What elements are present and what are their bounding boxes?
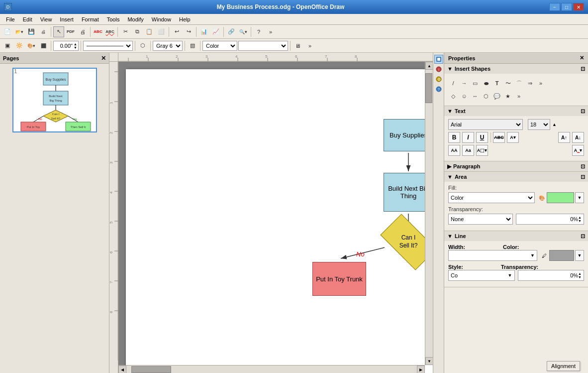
cut-button[interactable]: ✂ — [120, 26, 131, 37]
canvas-scroll-area[interactable]: No Yes Buy Supplies — [118, 62, 433, 373]
chart-button[interactable]: 📊 — [198, 26, 209, 37]
font-size-select[interactable]: 18 — [528, 119, 550, 130]
star-shape-btn[interactable]: ★ — [503, 91, 513, 101]
paste-button[interactable]: 📋 — [144, 26, 155, 37]
hscroll-left[interactable]: ◀ — [118, 366, 126, 373]
clone-button[interactable]: ⬜ — [156, 26, 167, 37]
connector-shape-btn[interactable]: ⌒ — [514, 78, 524, 88]
line-trans-stepper[interactable]: ▲ ▼ — [578, 272, 582, 279]
fill-type-select[interactable]: Color — [448, 192, 535, 203]
zoom-btn[interactable]: 🔍▾ — [238, 26, 249, 37]
pos-down[interactable]: ▼ — [74, 46, 77, 49]
strip-icon-2[interactable]: i — [434, 65, 443, 74]
save-button[interactable]: 💾 — [26, 26, 37, 37]
uppercase-btn[interactable]: AA — [448, 145, 460, 156]
decrease-font-btn[interactable]: A↓ — [572, 132, 584, 143]
line-shape-btn[interactable]: / — [448, 78, 458, 88]
strip-icon-1[interactable] — [434, 55, 443, 64]
vscroll-up[interactable]: ▲ — [425, 62, 433, 70]
smile-shape-btn[interactable]: ☺ — [459, 91, 469, 101]
shadow-btn[interactable]: 🔆 — [14, 40, 25, 51]
line-header[interactable]: ▼ Line ⊡ — [444, 231, 588, 241]
menu-window[interactable]: Window — [148, 15, 175, 23]
menu-format[interactable]: Format — [78, 15, 103, 23]
spell2-button[interactable]: ABC — [104, 26, 115, 37]
curve-shape-btn[interactable]: 〜 — [503, 78, 513, 88]
minimize-button[interactable]: − — [549, 3, 560, 11]
arrow-shape-btn[interactable]: → — [459, 78, 469, 88]
menu-insert[interactable]: Insert — [56, 15, 78, 23]
menu-file[interactable]: File — [2, 15, 19, 23]
text-section-header[interactable]: ▼ Text ⊡ — [444, 106, 588, 116]
transparency-select[interactable]: None — [448, 214, 513, 225]
strip-icon-3[interactable]: ⚙ — [434, 75, 443, 84]
trans-up[interactable]: ▲ — [578, 216, 582, 219]
pdf-button[interactable]: PDF — [65, 26, 76, 37]
trans-down[interactable]: ▼ — [578, 219, 582, 223]
line-style-btn[interactable]: ⬛ — [38, 40, 49, 51]
area-header[interactable]: ▼ Area ⊡ — [444, 172, 588, 182]
vscroll-down[interactable]: ▼ — [425, 357, 433, 365]
arrows-shape-btn[interactable]: ↔ — [470, 91, 480, 101]
bold-button[interactable]: B — [448, 132, 460, 143]
spacing-btn[interactable]: A⬚▾ — [476, 145, 488, 156]
hscroll-thumb[interactable] — [131, 366, 171, 373]
line-width-dropdown[interactable]: ▼ — [530, 253, 535, 258]
tb2-btn1[interactable]: ▣ — [2, 40, 13, 51]
ellipse-shape-btn[interactable]: ⬬ — [481, 78, 491, 88]
box3d-shape-btn[interactable]: ⬡ — [481, 91, 491, 101]
menu-modify[interactable]: Modify — [123, 15, 147, 23]
area-expand-btn[interactable]: ⊡ — [581, 174, 585, 180]
copy-button[interactable]: ⧉ — [132, 26, 143, 37]
lowercase-btn[interactable]: Aa — [462, 145, 474, 156]
print2-button[interactable]: 🖨 — [77, 26, 88, 37]
strikethrough-button[interactable]: ABC — [493, 132, 505, 143]
calc-button[interactable]: 📈 — [210, 26, 221, 37]
line-trans-up[interactable]: ▲ — [578, 272, 582, 275]
insert-shapes-header[interactable]: ▼ Insert Shapes ⊡ — [444, 64, 588, 74]
font-color-btn[interactable]: A_▾ — [572, 145, 584, 156]
vscroll-thumb[interactable] — [425, 73, 432, 103]
area-btn[interactable]: ▧ — [187, 40, 198, 51]
alignment-popup[interactable]: Alignment — [547, 361, 580, 371]
toy-trunk-box[interactable]: Put In Toy Trunk — [312, 262, 366, 296]
color-name-select[interactable] — [238, 41, 288, 51]
hscroll-right[interactable]: ▶ — [417, 366, 425, 373]
insert-shapes-expand-btn[interactable]: ⊡ — [581, 66, 585, 72]
redo-button[interactable]: ↪ — [183, 26, 194, 37]
close-button[interactable]: ✕ — [573, 3, 584, 11]
font-select[interactable]: Arial — [448, 119, 523, 130]
page-thumbnail-container[interactable]: 1 Buy Supplies Build Next Big Thing — [12, 68, 97, 132]
fill-color-dropdown[interactable]: ▼ — [575, 192, 584, 203]
line-end-btn[interactable]: ⬡ — [137, 40, 148, 51]
italic-button[interactable]: I — [462, 132, 474, 143]
paragraph-header[interactable]: ▶ Paragraph ⊡ — [444, 161, 588, 171]
paragraph-expand-btn[interactable]: ⊡ — [581, 163, 585, 170]
callout-shape-btn[interactable]: 💬 — [492, 91, 502, 101]
open-button[interactable]: 📂▾ — [14, 26, 25, 37]
properties-close-button[interactable]: ✕ — [580, 55, 584, 61]
more2-btn[interactable]: » — [304, 40, 315, 51]
canvas-hscroll[interactable]: ◀ ▶ — [118, 365, 425, 373]
menu-help[interactable]: Help — [175, 15, 195, 23]
text-shape-btn[interactable]: T — [492, 78, 502, 88]
canvas-vscroll[interactable]: ▲ ▼ — [425, 62, 433, 365]
more-button[interactable]: » — [265, 26, 276, 37]
menu-view[interactable]: View — [36, 15, 56, 23]
fill-color-select[interactable]: Gray 6 — [153, 41, 183, 51]
text-expand-btn[interactable]: ⊡ — [581, 108, 585, 115]
new-button[interactable]: 📄 — [2, 26, 13, 37]
hyperlink-button[interactable]: 🔗 — [226, 26, 237, 37]
line-style-select[interactable]: ──────────── — [83, 41, 133, 51]
strip-icon-4[interactable]: ? — [434, 85, 443, 94]
line-color-dropdown[interactable]: ▼ — [575, 250, 584, 261]
line-expand-btn[interactable]: ⊡ — [581, 233, 585, 240]
more-shapes-btn[interactable]: » — [536, 78, 546, 88]
undo-button[interactable]: ↩ — [171, 26, 182, 37]
line-style-dropdown[interactable]: ▼ — [508, 273, 512, 278]
shadow-text-button[interactable]: A▾ — [507, 132, 519, 143]
fill-color-swatch[interactable] — [547, 192, 574, 203]
diamond-shape-btn[interactable]: ◇ — [448, 91, 458, 101]
underline-button[interactable]: U — [476, 132, 488, 143]
rect-shape-btn[interactable]: ▭ — [470, 78, 480, 88]
